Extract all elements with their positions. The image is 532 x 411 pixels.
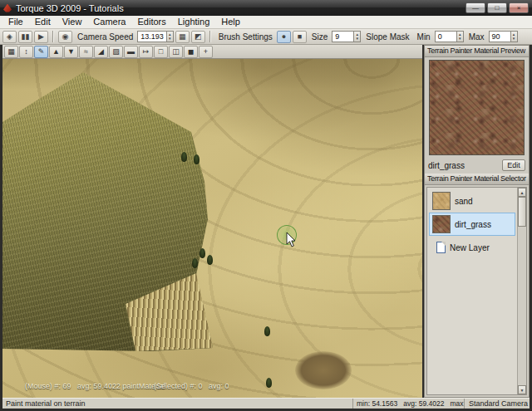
scrollbar-thumb[interactable] (518, 197, 526, 227)
material-preview-wrap (425, 57, 529, 158)
raise-height-tool-button[interactable]: ▲ (49, 46, 63, 58)
camera-speed-spinner[interactable]: 13.193 ▴▾ (137, 31, 174, 42)
camera-mode-status: Standard Camera (465, 399, 530, 409)
material-list-scrollbar[interactable]: ▲ ▼ (517, 188, 526, 394)
menu-bar: File Edit View Camera Editors Lighting H… (0, 16, 532, 29)
lower-height-tool-button[interactable]: ▼ (64, 46, 78, 58)
smooth-slope-tool-button[interactable]: ◢ (94, 46, 108, 58)
tree (200, 248, 205, 258)
material-item-sand[interactable]: sand (429, 189, 515, 213)
status-bar: Paint material on terrain min: 54.1563 a… (2, 398, 530, 409)
slope-max-spinner[interactable]: 90 ▴▾ (489, 31, 518, 42)
menu-view[interactable]: View (57, 16, 88, 28)
new-layer-icon (436, 242, 446, 253)
pause-icon[interactable]: ▮▮ (18, 31, 32, 43)
camera-type-icon[interactable]: ▦ (175, 31, 190, 43)
slope-min-label: Min (417, 32, 431, 42)
play-icon[interactable]: ▶ (34, 31, 48, 43)
menu-file[interactable]: File (2, 16, 29, 28)
sand-swatch-icon (432, 192, 451, 210)
brush-size-value[interactable]: 9 (332, 31, 353, 42)
slope-min-arrows[interactable]: ▴▾ (456, 31, 464, 42)
box-brush-icon[interactable]: ■ (293, 31, 307, 43)
brush-size-arrows[interactable]: ▴▾ (353, 31, 361, 42)
brush-size-label: Size (312, 32, 328, 42)
scroll-up-icon[interactable]: ▲ (518, 188, 526, 197)
tree (181, 152, 187, 162)
camera-speed-value[interactable]: 13.193 (137, 31, 166, 42)
adjust-height-tool-button[interactable]: ↕ (19, 46, 33, 58)
brush-size-spinner[interactable]: 9 ▴▾ (332, 31, 361, 42)
material-item-dirt-grass[interactable]: dirt_grass (429, 213, 515, 236)
dirt-grass-swatch-icon (432, 215, 451, 233)
menu-editors[interactable]: Editors (131, 16, 171, 28)
scroll-down-icon[interactable]: ▼ (518, 385, 526, 394)
material-selector-header: Terrain Painter Material Selector (425, 174, 529, 185)
material-item-label: dirt_grass (455, 220, 491, 229)
tree (264, 326, 270, 336)
world-editor-icon[interactable]: ◈ (2, 31, 17, 43)
toolbar-separator (52, 31, 54, 42)
slope-min-value[interactable]: 0 (435, 31, 456, 42)
menu-lighting[interactable]: Lighting (172, 16, 216, 28)
titlebar[interactable]: Torque 3D 2009 - Tutorials — □ × (0, 0, 532, 16)
material-preview-row: dirt_grass Edit (425, 158, 529, 174)
main-toolbar: ◈ ▮▮ ▶ ◉ Camera Speed 13.193 ▴▾ ▦ ◩ Brus… (0, 29, 532, 45)
torque-logo-icon (3, 4, 12, 12)
viewport-3d[interactable]: (Mouse) #: 69 avg: 59.4022 paintMaterial… (2, 59, 422, 398)
window-controls: — □ × (466, 2, 529, 13)
tree (207, 255, 213, 265)
slope-min-spinner[interactable]: 0 ▴▾ (435, 31, 464, 42)
brush-settings-label: Brush Settings (219, 32, 273, 42)
set-height-tool-button[interactable]: ↦ (139, 46, 153, 58)
dirt-patch (295, 351, 352, 389)
mouse-cursor-icon (286, 232, 296, 251)
ellipse-brush-icon[interactable]: ● (277, 31, 291, 43)
window-title: Torque 3D 2009 - Tutorials (16, 3, 124, 13)
material-preview-image (429, 60, 525, 155)
camera-speed-arrows[interactable]: ▴▾ (166, 31, 174, 42)
new-layer-label: New Layer (450, 243, 490, 252)
toolbar-separator (209, 31, 211, 42)
terrain-brush-tool-button[interactable]: + (199, 46, 213, 58)
maximize-button[interactable]: □ (487, 2, 507, 13)
menu-help[interactable]: Help (215, 16, 246, 28)
slope-max-label: Max (469, 32, 485, 42)
camera-speed-label: Camera Speed (77, 32, 133, 42)
paint-material-tool-button[interactable]: ✎ (34, 46, 48, 58)
paint-noise-tool-button[interactable]: ▨ (109, 46, 123, 58)
app-window: Torque 3D 2009 - Tutorials — □ × File Ed… (0, 0, 532, 411)
smooth-tool-button[interactable]: ≈ (79, 46, 93, 58)
tree (194, 154, 200, 164)
menu-edit[interactable]: Edit (29, 16, 57, 28)
terrain-height-stats: min: 54.1563 avg: 59.4022 max: 64.5 (353, 399, 465, 409)
material-list: sand dirt_grass New Layer ▲ ▼ (426, 187, 527, 395)
slope-max-arrows[interactable]: ▴▾ (510, 31, 518, 42)
terrain-painter-panel: Terrain Painter Material Preview dirt_gr… (424, 45, 530, 398)
edit-material-button[interactable]: Edit (502, 159, 525, 171)
clear-terrain-tool-button[interactable]: □ (154, 46, 168, 58)
main-area: ▦ ↕ ✎ ▲ ▼ ≈ ◢ ▨ ▬ ↦ □ ◫ ◼ + (0, 45, 532, 398)
camera-icon[interactable]: ◉ (58, 31, 72, 43)
status-message: Paint material on terrain (2, 399, 353, 409)
close-button[interactable]: × (509, 2, 529, 13)
flatten-tool-button[interactable]: ▬ (124, 46, 138, 58)
slope-max-value[interactable]: 90 (489, 31, 510, 42)
slope-mask-label: Slope Mask (366, 32, 409, 42)
player-view-icon[interactable]: ◩ (191, 31, 205, 43)
clear-empty-tool-button[interactable]: ◼ (184, 46, 198, 58)
menu-camera[interactable]: Camera (87, 16, 131, 28)
set-empty-tool-button[interactable]: ◫ (169, 46, 183, 58)
terrain-tools-toolbar: ▦ ↕ ✎ ▲ ▼ ≈ ◢ ▨ ▬ ↦ □ ◫ ◼ + (2, 45, 422, 59)
material-item-label: sand (455, 197, 473, 206)
select-tool-button[interactable]: ▦ (4, 46, 18, 58)
selected-material-name: dirt_grass (428, 161, 502, 170)
material-preview-header: Terrain Painter Material Preview (425, 46, 529, 57)
tree (266, 378, 272, 388)
mouse-stats-overlay: (Mouse) #: 69 avg: 59.4022 paintMaterial (25, 382, 165, 390)
new-layer-item[interactable]: New Layer (429, 236, 515, 259)
minimize-button[interactable]: — (466, 2, 485, 13)
tree (192, 258, 198, 268)
selected-stats-overlay: (Selected) #: 0 avg: 0 (154, 382, 229, 390)
left-column: ▦ ↕ ✎ ▲ ▼ ≈ ◢ ▨ ▬ ↦ □ ◫ ◼ + (2, 45, 422, 398)
